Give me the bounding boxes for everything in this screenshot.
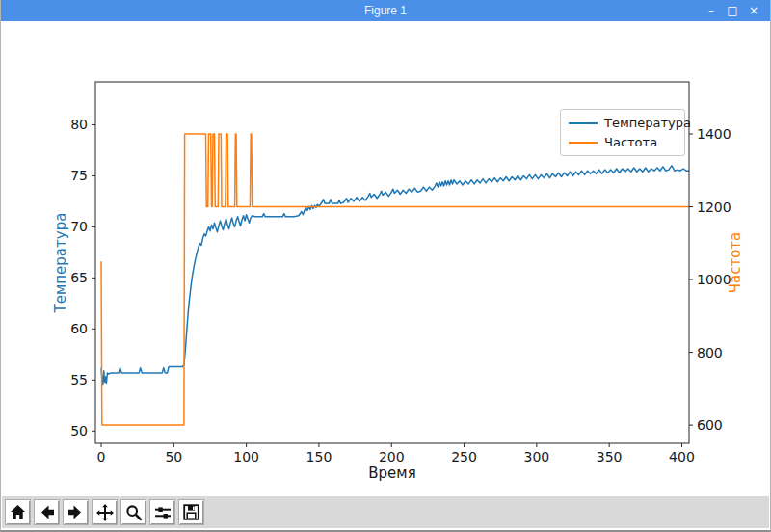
- zoom-button[interactable]: [120, 499, 146, 525]
- svg-text:350: 350: [597, 449, 623, 465]
- legend-label: Температура: [604, 116, 691, 130]
- svg-text:Температура: Температура: [52, 213, 69, 314]
- figure-canvas[interactable]: 0501001502002503003504005055606570758060…: [2, 21, 769, 497]
- save-button[interactable]: [178, 499, 204, 525]
- legend: Температура Частота: [560, 109, 685, 156]
- minimize-icon[interactable]: –: [701, 0, 722, 21]
- plot-area[interactable]: 0501001502002503003504005055606570758060…: [2, 21, 771, 497]
- legend-entry-frequency: Частота: [569, 135, 677, 149]
- svg-text:50: 50: [70, 423, 88, 439]
- temperature-line-sample: [569, 122, 598, 124]
- forward-arrow-icon: [67, 504, 84, 520]
- svg-text:60: 60: [70, 321, 88, 336]
- svg-text:0: 0: [97, 449, 106, 465]
- pan-move-icon: [96, 504, 114, 521]
- figure-window: Figure 1 – □ × 0501001502002503003504005…: [0, 0, 771, 532]
- back-button[interactable]: [34, 499, 60, 525]
- svg-text:Время: Время: [368, 465, 415, 482]
- svg-text:300: 300: [523, 449, 549, 465]
- frequency-line-sample: [569, 142, 598, 144]
- svg-text:600: 600: [697, 417, 723, 433]
- plot-toolbar: [2, 496, 769, 528]
- titlebar[interactable]: Figure 1 – □ ×: [1, 0, 770, 21]
- home-icon: [10, 504, 26, 520]
- configure-subplots-button[interactable]: [149, 499, 175, 525]
- home-button[interactable]: [5, 499, 31, 525]
- window-title: Figure 1: [364, 4, 407, 17]
- svg-text:55: 55: [70, 372, 88, 387]
- forward-button[interactable]: [63, 499, 89, 525]
- maximize-icon[interactable]: □: [722, 0, 743, 21]
- svg-text:250: 250: [451, 449, 477, 465]
- svg-text:1200: 1200: [697, 200, 731, 215]
- close-icon[interactable]: ×: [743, 0, 764, 21]
- svg-text:200: 200: [379, 449, 405, 465]
- zoom-magnifier-icon: [125, 504, 143, 521]
- legend-entry-temperature: Температура: [569, 116, 677, 130]
- svg-text:75: 75: [70, 168, 88, 183]
- svg-text:50: 50: [165, 449, 182, 465]
- svg-text:150: 150: [306, 449, 332, 465]
- svg-text:Частота: Частота: [727, 232, 744, 294]
- svg-text:70: 70: [70, 219, 88, 234]
- svg-text:800: 800: [697, 345, 723, 360]
- save-floppy-icon: [183, 504, 199, 520]
- window-controls: – □ ×: [701, 0, 764, 21]
- svg-text:80: 80: [70, 117, 88, 132]
- sliders-icon: [154, 504, 172, 521]
- svg-text:100: 100: [233, 449, 259, 465]
- svg-text:400: 400: [669, 449, 695, 465]
- svg-text:65: 65: [70, 270, 88, 285]
- legend-label: Частота: [604, 135, 657, 149]
- pan-button[interactable]: [92, 499, 118, 525]
- svg-text:1400: 1400: [697, 126, 731, 142]
- back-arrow-icon: [39, 504, 55, 520]
